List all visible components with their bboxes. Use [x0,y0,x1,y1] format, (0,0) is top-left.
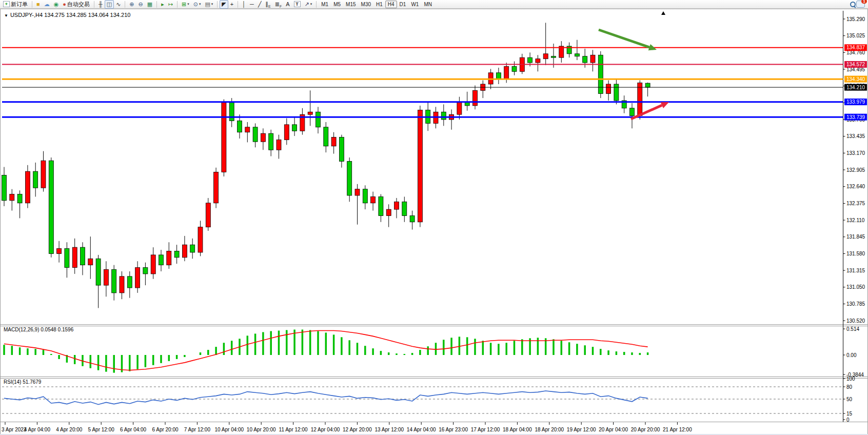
candle-down [575,54,579,56]
symbol-dropdown-icon[interactable]: ▼ [4,13,8,18]
rsi-tick-label: 50 [846,397,853,402]
horizontal-line-icon: ─ [250,1,254,8]
candle-down [253,127,258,142]
template-button[interactable]: ▤▾ [203,0,215,9]
text-button[interactable]: A [284,0,291,9]
chart-canvas[interactable]: 135.290135.025134.760134.495134.230133.9… [0,9,868,434]
time-tick-label: 20 Apr 20:00 [631,427,660,432]
candlestick-chart-button[interactable]: ◫ [105,0,114,9]
candle-up [104,269,108,285]
rsi-indicator-label: RSI(14) 51.7679 [4,379,41,385]
toolbar-separator [316,1,317,8]
time-tick-label: 3 Apr 2023 [2,427,27,432]
timeframe-w1[interactable]: W1 [408,1,421,8]
rsi-tick-label: 80 [846,384,853,390]
macd-tick-label: 0.514 [846,326,859,332]
auto-trading-button-label: 自动交易 [67,1,90,8]
candle-down [127,276,132,288]
candle-down [645,83,650,87]
time-tick-label: 13 Apr 12:00 [374,427,404,432]
timeframe-d1[interactable]: D1 [397,1,409,8]
crosshair-button[interactable]: + [228,0,235,9]
time-tick-label: 5 Apr 12:00 [88,427,115,432]
trendline-icon: ╱ [258,1,262,8]
notifications-icon[interactable]: 1 [856,1,865,8]
chart-shift-marker[interactable] [661,11,665,15]
new-order-button[interactable]: +新订单 [1,0,30,9]
new-order-icon: + [3,1,10,7]
toolbar-separator [156,1,157,8]
price-badge-label: 134.572 [846,62,865,67]
zoom-out-icon: ⊖ [139,1,143,8]
timeframe-m15[interactable]: M15 [343,1,358,8]
chevron-down-icon[interactable]: ▾ [187,2,189,6]
price-tick-label: 132.110 [846,218,865,223]
tile-windows-button[interactable]: ▦ [145,0,154,9]
timeframe-m5[interactable]: M5 [331,1,343,8]
price-tick-label: 131.580 [846,251,865,256]
vertical-line-button[interactable]: │ [240,0,248,9]
arrows-button[interactable]: ↗▾ [303,0,314,9]
candle-up [182,245,187,258]
timeframe-m30[interactable]: M30 [359,1,373,8]
chevron-down-icon[interactable]: ▾ [211,2,213,6]
candle-up [386,209,391,215]
auto-scroll-button[interactable]: ▸ [159,0,166,9]
periods-button[interactable]: ⊙▾ [191,0,203,9]
candle-up [261,133,265,142]
chart-shift-button[interactable]: ↦ [166,0,175,9]
horizontal-line-button[interactable]: ─ [248,0,256,9]
chevron-down-icon[interactable]: ▾ [310,2,312,6]
cursor-button[interactable]: ◤ [220,0,228,9]
rsi-name: RSI(14) [4,379,21,385]
line-chart-button[interactable]: ∿ [114,0,123,9]
candle-down [17,194,22,203]
candle-up [88,259,93,265]
price-tick-label: 132.375 [846,201,865,206]
timeframe-h4[interactable]: H4 [385,1,397,8]
bar-chart-button[interactable]: ╫ [96,0,105,9]
add-indicator-button[interactable]: ⊞▾ [180,0,191,9]
time-tick-label: 18 Apr 20:00 [535,427,564,432]
time-tick-label: 16 Apr 23:00 [439,427,468,432]
zoom-out-button[interactable]: ⊖ [136,0,145,9]
candle-down [159,255,164,265]
market-button[interactable]: ■ [34,0,42,9]
candle-up [284,125,289,140]
candle-up [206,203,210,227]
macd-values: 0.0548 0.1596 [41,327,73,332]
timeframe-m1[interactable]: M1 [319,1,331,8]
periods-icon: ⊙ [193,1,198,8]
time-tick-label: 18 Apr 04:00 [503,427,532,432]
text-label-button[interactable]: T [292,0,303,9]
signals-button[interactable]: ◉ [52,0,61,9]
timeframe-h1[interactable]: H1 [373,1,385,8]
equidistant-channel-button[interactable]: ∥E [264,0,273,9]
ohlc-readout: 134.275 134.285 134.064 134.210 [44,12,130,18]
time-tick-label: 12 Apr 20:00 [343,427,372,432]
trendline-button[interactable]: ╱ [256,0,264,9]
search-icon[interactable] [850,1,856,8]
price-tick-label: 135.290 [846,16,865,22]
candle-up [41,161,46,188]
tile-windows-icon: ▦ [147,1,152,8]
price-tick-label: 131.050 [846,284,865,290]
time-tick-label: 7 Apr 12:00 [184,427,211,432]
price-tick-label: 131.315 [846,268,865,273]
time-tick-label: 6 Apr 20:00 [152,427,179,432]
timeframe-mn[interactable]: MN [421,1,435,8]
candle-up [135,268,140,288]
chevron-down-icon[interactable]: ▾ [199,2,201,6]
candle-down [496,73,501,79]
profile-button[interactable]: ☁ [42,0,52,9]
candle-down [33,171,38,188]
zoom-in-button[interactable]: ⊕ [127,0,136,9]
candle-down [324,127,328,146]
line-chart-icon: ∿ [116,1,121,8]
green-arrow-annotation[interactable] [599,30,649,47]
fibonacci-button[interactable]: ≣F [273,0,284,9]
auto-trading-button[interactable]: ●自动交易 [61,0,92,9]
text-icon: A [286,1,289,8]
candle-up [638,83,642,116]
fibonacci-icon: ≣ [275,1,280,8]
